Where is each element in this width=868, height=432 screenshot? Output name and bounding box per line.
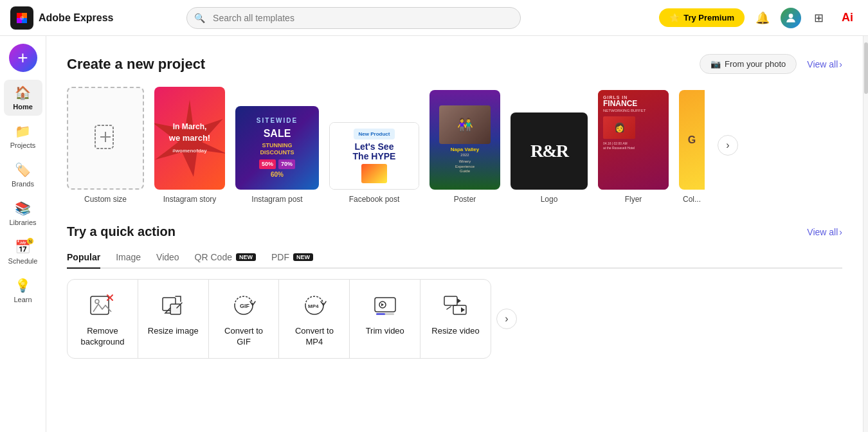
from-photo-label: From your photo: [725, 59, 786, 69]
premium-icon: ⭐: [669, 13, 680, 22]
template-card-logo[interactable]: R&R Logo: [511, 113, 588, 204]
remove-bg-icon: [87, 290, 118, 321]
qa-header: Try a quick action View all ›: [67, 224, 842, 239]
sidebar-item-libraries-label: Libraries: [9, 219, 36, 226]
templates-row: Custom size In March, we march! #womenof…: [67, 87, 842, 204]
learn-icon: 💡: [15, 278, 31, 293]
brands-icon: 🏷️: [15, 162, 31, 177]
qa-card-remove-bg-label: Remove background: [75, 326, 130, 348]
plus-icon: +: [17, 49, 28, 67]
app-logo-icon: [10, 6, 33, 30]
poster-thumb: 👫 Napa Valley 2022 WineryExperienceGuide: [429, 90, 500, 190]
carousel-next-button[interactable]: ›: [718, 135, 738, 156]
trim-video-icon: [370, 290, 401, 321]
pdf-badge: NEW: [293, 253, 313, 261]
svg-point-6: [95, 300, 99, 303]
qa-card-convert-gif-label: Convert to GIF: [217, 326, 271, 348]
svg-rect-15: [444, 296, 457, 305]
add-new-button[interactable]: +: [9, 44, 37, 72]
create-view-all-link[interactable]: View all ›: [807, 59, 842, 69]
flyer-thumb: GIRLS IN FINANCE NETWORKING BUFFET 👩 04.…: [598, 90, 669, 190]
search-input[interactable]: [186, 7, 521, 29]
qa-next-button[interactable]: ›: [496, 309, 517, 329]
tab-popular[interactable]: Popular: [67, 247, 100, 269]
sidebar-item-home-label: Home: [13, 103, 33, 111]
qa-card-trim-video-label: Trim video: [366, 326, 404, 337]
search-bar: 🔍: [186, 7, 521, 29]
template-card-partial[interactable]: G Col...: [679, 90, 705, 204]
chevron-right-icon: ›: [839, 59, 842, 69]
create-section-header: Create a new project 📷 From your photo V…: [67, 54, 842, 74]
qa-card-convert-mp4[interactable]: MP4 Convert to MP4: [279, 280, 350, 358]
template-card-flyer[interactable]: GIRLS IN FINANCE NETWORKING BUFFET 👩 04.…: [598, 90, 669, 204]
sidebar-item-schedule[interactable]: 📅N Schedule: [4, 234, 42, 270]
qa-title: Try a quick action: [67, 224, 176, 239]
convert-mp4-icon: MP4: [299, 290, 330, 321]
template-card-fb-post[interactable]: New Product Let's SeeThe HYPE Facebook p…: [329, 122, 419, 204]
apps-icon-button[interactable]: ⊞: [809, 8, 829, 28]
qa-view-all-link[interactable]: View all ›: [807, 227, 842, 237]
template-card-custom-size[interactable]: Custom size: [67, 87, 144, 204]
ig-post-thumb: SITEWIDE SALE STUNNING DISCOUNTS 50% 70%…: [235, 106, 319, 190]
top-nav: Adobe Express 🔍 ⭐ Try Premium 🔔 ⊞ Ai: [0, 0, 868, 36]
premium-button[interactable]: ⭐ Try Premium: [659, 8, 745, 27]
custom-size-thumb: [67, 87, 144, 190]
create-section-title: Create a new project: [67, 56, 205, 73]
sidebar-item-libraries[interactable]: 📚 Libraries: [4, 195, 42, 231]
sidebar-item-learn[interactable]: 💡 Learn: [4, 273, 42, 309]
home-icon: 🏠: [15, 85, 31, 100]
premium-label: Try Premium: [683, 13, 734, 22]
template-label-logo: Logo: [541, 195, 558, 204]
svg-text:GIF: GIF: [240, 303, 250, 309]
quick-actions-section: Try a quick action View all › Popular Im…: [67, 224, 842, 359]
notifications-button[interactable]: 🔔: [752, 8, 773, 28]
tab-video-label: Video: [156, 252, 179, 262]
qa-card-resize-video[interactable]: Resize video: [420, 280, 491, 358]
template-card-poster[interactable]: 👫 Napa Valley 2022 WineryExperienceGuide…: [429, 90, 500, 204]
tab-pdf-label: PDF: [271, 252, 289, 262]
qa-card-resize-image[interactable]: Resize image: [138, 280, 209, 358]
qa-cards-wrap: Remove background: [67, 279, 842, 359]
avatar[interactable]: [781, 8, 801, 28]
from-photo-button[interactable]: 📷 From your photo: [700, 54, 797, 74]
adobe-logo-button[interactable]: Ai: [837, 8, 858, 28]
qa-card-convert-gif[interactable]: GIF Convert to GIF: [209, 280, 280, 358]
sidebar-item-learn-label: Learn: [14, 296, 32, 303]
search-icon: 🔍: [194, 13, 205, 23]
svg-text:MP4: MP4: [308, 303, 319, 309]
view-all-label: View all: [807, 59, 838, 69]
qa-view-all-label: View all: [807, 227, 838, 237]
projects-icon: 📁: [15, 123, 31, 139]
template-card-ig-story[interactable]: In March, we march! #womenofday Instagra…: [154, 87, 225, 204]
sidebar-item-schedule-label: Schedule: [8, 257, 38, 265]
template-label-flyer: Flyer: [625, 195, 642, 204]
template-card-ig-post[interactable]: SITEWIDE SALE STUNNING DISCOUNTS 50% 70%…: [235, 106, 319, 204]
tab-video[interactable]: Video: [156, 247, 179, 269]
qa-card-trim-video[interactable]: Trim video: [350, 280, 420, 358]
template-label-ig-post: Instagram post: [251, 195, 302, 204]
convert-gif-icon: GIF: [228, 290, 259, 321]
libraries-icon: 📚: [15, 201, 31, 216]
logo-area: Adobe Express: [10, 6, 113, 30]
sidebar-item-brands[interactable]: 🏷️ Brands: [4, 157, 42, 193]
scrollbar-thumb: [864, 42, 868, 94]
svg-point-1: [789, 14, 793, 18]
tab-image[interactable]: Image: [116, 247, 141, 269]
sidebar-item-brands-label: Brands: [12, 180, 34, 188]
app-name: Adobe Express: [39, 12, 113, 24]
fb-post-thumb: New Product Let's SeeThe HYPE: [329, 122, 419, 190]
svg-rect-11: [375, 298, 395, 312]
qa-chevron-right-icon: ›: [839, 227, 842, 237]
right-scrollbar: [863, 36, 868, 432]
template-label-fb-post: Facebook post: [349, 195, 400, 204]
section-actions: 📷 From your photo View all ›: [700, 54, 842, 74]
ig-story-thumb: In March, we march! #womenofday: [154, 87, 225, 190]
sidebar-item-home[interactable]: 🏠 Home: [4, 80, 42, 116]
svg-rect-14: [376, 313, 385, 315]
tab-qr-code[interactable]: QR Code NEW: [195, 247, 256, 269]
template-label-custom-size: Custom size: [84, 195, 127, 204]
tab-image-label: Image: [116, 252, 141, 262]
qa-card-remove-bg[interactable]: Remove background: [68, 280, 138, 358]
sidebar-item-projects[interactable]: 📁 Projects: [4, 118, 42, 154]
tab-pdf[interactable]: PDF NEW: [271, 247, 313, 269]
